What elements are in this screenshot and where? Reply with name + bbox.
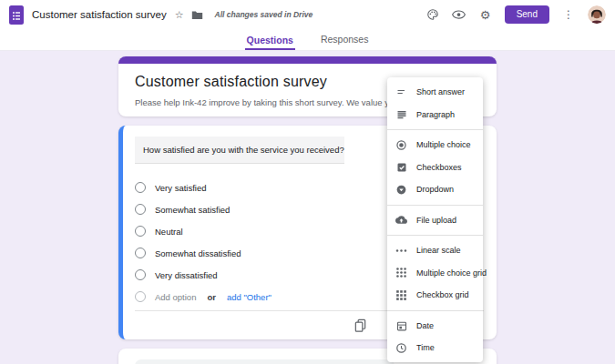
paragraph-icon [395, 108, 407, 120]
menu-item-dropdown[interactable]: Dropdown [387, 178, 483, 201]
menu-item-file-upload[interactable]: File upload [387, 209, 483, 232]
multiple-choice-icon [395, 139, 407, 151]
menu-item-label: Multiple choice grid [416, 268, 487, 278]
google-forms-editor: Customer satisfaction survey ☆ All chang… [0, 0, 615, 364]
duplicate-icon[interactable] [354, 318, 367, 332]
palette-icon[interactable] [425, 7, 440, 22]
saved-status: All changes saved in Drive [215, 10, 313, 19]
title-card-accent-bar [118, 56, 497, 64]
or-label: or [207, 292, 216, 302]
menu-separator [387, 310, 483, 311]
add-option-button[interactable]: Add option [155, 292, 196, 302]
menu-item-date[interactable]: Date [387, 315, 483, 338]
preview-eye-icon[interactable] [452, 7, 466, 22]
tab-responses[interactable]: Responses [319, 34, 371, 50]
radio-icon [135, 291, 146, 302]
avatar[interactable] [588, 5, 606, 24]
menu-item-label: Date [416, 321, 434, 330]
dropdown-icon [395, 184, 407, 196]
multiple-choice-grid-icon [395, 267, 407, 278]
add-other-link[interactable]: add "Other" [227, 292, 272, 302]
top-bar-actions: ⚙ Send ⋮ [425, 5, 606, 24]
radio-icon[interactable] [135, 204, 146, 215]
checkbox-grid-icon [395, 289, 407, 301]
question-title-input[interactable]: How satisfied are you with the service y… [135, 136, 344, 164]
radio-icon[interactable] [135, 226, 146, 237]
tab-bar: Questions Responses [0, 29, 615, 51]
menu-item-label: Short answer [416, 87, 465, 96]
date-icon [395, 319, 407, 331]
option-label[interactable]: Somewhat satisfied [155, 205, 230, 215]
top-bar: Customer satisfaction survey ☆ All chang… [0, 0, 615, 29]
forms-app-icon[interactable] [9, 5, 24, 25]
linear-scale-icon [395, 245, 407, 257]
checkboxes-icon [395, 161, 407, 173]
radio-icon[interactable] [135, 182, 146, 193]
tab-questions[interactable]: Questions [245, 35, 295, 51]
menu-item-label: Checkbox grid [416, 290, 469, 299]
menu-item-checkbox-grid[interactable]: Checkbox grid [387, 284, 483, 307]
star-icon[interactable]: ☆ [175, 9, 184, 21]
next-question-input[interactable] [135, 359, 395, 364]
menu-item-checkboxes[interactable]: Checkboxes [387, 157, 483, 179]
menu-item-label: Checkboxes [416, 163, 462, 172]
file-upload-icon [395, 214, 407, 226]
folder-icon[interactable] [191, 10, 203, 20]
menu-item-multiple-choice-grid[interactable]: Multiple choice grid [387, 262, 483, 285]
document-title[interactable]: Customer satisfaction survey [32, 9, 167, 20]
menu-item-label: Time [416, 343, 435, 352]
option-label[interactable]: Very dissatisfied [155, 270, 218, 280]
send-button[interactable]: Send [505, 5, 549, 24]
menu-item-label: Paragraph [416, 110, 455, 119]
menu-separator [387, 129, 483, 130]
option-label[interactable]: Somewhat dissatisfied [155, 248, 241, 258]
menu-item-label: File upload [416, 216, 456, 225]
radio-icon[interactable] [135, 269, 146, 280]
menu-item-label: Linear scale [416, 246, 461, 255]
menu-item-paragraph[interactable]: Paragraph [387, 104, 483, 126]
settings-gear-icon[interactable]: ⚙ [478, 7, 493, 22]
menu-item-label: Multiple choice [416, 140, 471, 149]
time-icon [395, 342, 407, 354]
form-canvas: Customer satisfaction survey Please help… [0, 51, 615, 364]
menu-item-short-answer[interactable]: Short answer [387, 81, 483, 104]
option-label[interactable]: Very satisfied [155, 183, 207, 193]
menu-item-multiple-choice[interactable]: Multiple choice [387, 134, 483, 157]
menu-item-linear-scale[interactable]: Linear scale [387, 239, 483, 262]
option-label[interactable]: Neutral [155, 227, 183, 237]
menu-item-time[interactable]: Time [387, 337, 483, 359]
menu-item-label: Dropdown [416, 185, 454, 194]
short-answer-icon [395, 86, 407, 98]
menu-separator [387, 235, 483, 236]
menu-separator [387, 205, 483, 206]
more-options-icon[interactable]: ⋮ [561, 8, 576, 21]
radio-icon[interactable] [135, 248, 146, 258]
question-type-menu: Short answer Paragraph Multiple choice C [387, 77, 483, 362]
